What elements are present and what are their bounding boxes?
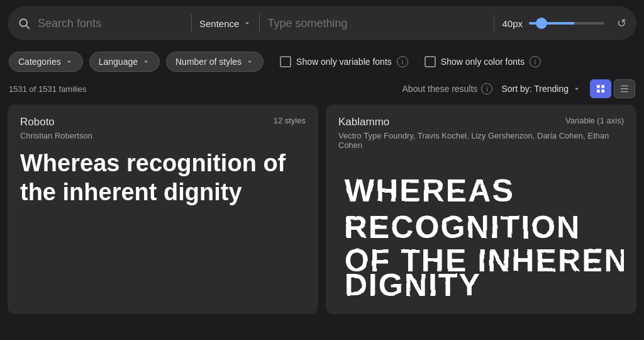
font-grid: Roboto 12 styles Christian Robertson Whe… — [0, 105, 644, 322]
search-bar: Sentence 40px ↺ — [8, 6, 636, 40]
color-fonts-checkbox[interactable] — [425, 56, 436, 67]
search-icon — [18, 17, 30, 30]
svg-rect-6 — [621, 86, 628, 86]
card-header: Roboto 12 styles — [20, 116, 306, 128]
font-styles: Variable (1 axis) — [565, 116, 624, 125]
svg-text:DIGNITY: DIGNITY — [345, 268, 481, 299]
num-styles-button[interactable]: Number of styles — [166, 52, 264, 72]
results-count: 1531 of 1531 families — [9, 84, 87, 94]
font-name: Kablammo — [338, 116, 389, 128]
font-styles: 12 styles — [274, 116, 306, 125]
refresh-icon[interactable]: ↺ — [617, 16, 626, 30]
svg-rect-2 — [597, 85, 600, 88]
font-preview: Whereas recognition of the inherent dign… — [20, 149, 306, 207]
variable-fonts-filter: Show only variable fonts i — [280, 56, 408, 67]
svg-text:RECOGNITION: RECOGNITION — [345, 210, 581, 245]
variable-fonts-info-icon[interactable]: i — [397, 56, 408, 67]
svg-rect-7 — [621, 88, 628, 89]
sentence-dropdown[interactable]: Sentence — [199, 18, 252, 29]
font-size-slider[interactable] — [529, 22, 604, 25]
svg-rect-5 — [601, 89, 604, 93]
search-input[interactable] — [38, 17, 184, 30]
divider3 — [494, 14, 494, 32]
filter-bar: Categories Language Number of styles Sho… — [0, 47, 644, 77]
divider — [191, 14, 192, 32]
grid-view-button[interactable] — [590, 79, 611, 98]
card-header: Kablammo Variable (1 axis) — [338, 116, 624, 128]
svg-line-1 — [26, 26, 30, 29]
list-view-button[interactable] — [614, 79, 635, 98]
results-bar: 1531 of 1531 families About these result… — [0, 77, 644, 105]
svg-text:WHEREAS: WHEREAS — [345, 173, 514, 208]
svg-rect-3 — [601, 85, 604, 88]
view-toggle — [590, 79, 635, 98]
svg-rect-4 — [597, 89, 600, 93]
results-right: About these results i Sort by: Trending — [402, 79, 635, 98]
categories-button[interactable]: Categories — [9, 52, 83, 72]
font-author: Vectro Type Foundry, Travis Kochel, Lizy… — [338, 131, 624, 150]
sort-by-dropdown[interactable]: Sort by: Trending — [501, 84, 581, 94]
language-button[interactable]: Language — [89, 52, 160, 72]
about-results-info-icon[interactable]: i — [481, 83, 492, 94]
type-something-input[interactable] — [267, 17, 486, 30]
kablammo-preview: WHEREAS RECOGNITION OF THE INHERENT DIGN… — [338, 165, 624, 299]
variable-fonts-checkbox[interactable] — [280, 56, 291, 67]
font-card-kablammo[interactable]: Kablammo Variable (1 axis) Vectro Type F… — [326, 105, 636, 314]
font-author: Christian Robertson — [20, 131, 306, 140]
color-fonts-info-icon[interactable]: i — [530, 56, 541, 67]
font-size-control: 40px — [502, 18, 604, 29]
divider2 — [259, 14, 260, 32]
font-size-slider-wrap — [529, 22, 604, 25]
font-card-roboto[interactable]: Roboto 12 styles Christian Robertson Whe… — [8, 105, 318, 314]
svg-rect-8 — [621, 91, 628, 92]
color-fonts-filter: Show only color fonts i — [425, 56, 541, 67]
about-results-button[interactable]: About these results i — [402, 83, 493, 94]
font-name: Roboto — [20, 116, 55, 128]
